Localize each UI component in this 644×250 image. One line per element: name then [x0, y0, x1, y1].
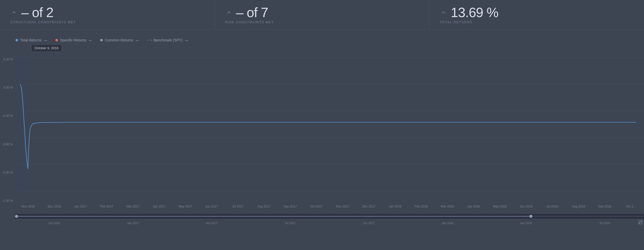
benchmark-label: Benchmark (SPY): [154, 38, 183, 42]
returns-icon: [440, 9, 447, 16]
specific-returns-minus: –: [89, 38, 92, 43]
x-label-14: Jan 2018: [382, 205, 408, 208]
returns-metric: 13.69 % TOTAL RETURNS: [429, 0, 644, 30]
x-label-23: Oct 2...: [618, 205, 644, 208]
x-label-19: Jun 2018: [513, 205, 539, 208]
legend-benchmark[interactable]: Benchmark (SPY) –: [147, 38, 188, 43]
range-selected-track: [15, 216, 531, 217]
risk-icon: [225, 9, 232, 16]
x-label-13: Dec 2017: [356, 205, 382, 208]
top-bar: – of 2 STRUCTURAL CONSTRAINTS MET – of 7…: [0, 0, 644, 30]
chart-plot: [15, 55, 644, 205]
tooltip-container: October 9, 2016: [0, 44, 644, 54]
y-label-5: -1.20 %: [0, 199, 15, 203]
x-label-0: Nov 2016: [15, 205, 41, 208]
x-label-16: Mar 2018: [434, 205, 460, 208]
y-label-3: -0.60 %: [0, 142, 15, 146]
total-returns-minus: –: [44, 38, 47, 43]
x-label-22: Sep 2018: [592, 205, 618, 208]
x-label-1: Dec 2016: [41, 205, 67, 208]
y-label-4: -0.90 %: [0, 171, 15, 174]
risk-label: RISK CONSTRAINTS MET: [225, 20, 419, 24]
chart-corner-icon[interactable]: [638, 220, 643, 225]
chart-svg: [15, 55, 644, 192]
range-label-5: Jan 2018: [408, 222, 487, 225]
x-label-9: Aug 2017: [251, 205, 277, 208]
common-returns-label: Common Returns: [105, 38, 133, 42]
y-label-2: -0.30 %: [0, 114, 15, 118]
tooltip-date: October 9, 2016: [34, 46, 58, 50]
x-label-3: Feb 2017: [94, 205, 120, 208]
x-label-10: Sep 2017: [277, 205, 303, 208]
y-label-1: 0.00 %: [0, 86, 15, 89]
structural-label: STRUCTURAL CONSTRAINTS MET: [10, 20, 204, 24]
total-returns-dot: [16, 39, 18, 41]
structural-value: – of 2: [21, 6, 53, 19]
x-label-20: Jul 2018: [539, 205, 565, 208]
x-label-18: May 2018: [487, 205, 513, 208]
range-handle-left[interactable]: [15, 215, 18, 218]
specific-returns-dot: [55, 39, 58, 41]
x-label-5: Apr 2017: [146, 205, 172, 208]
specific-returns-label: Specific Returns: [60, 38, 86, 42]
x-axis: Nov 2016 Dec 2016 Jan 2017 Feb 2017 Mar …: [15, 203, 644, 210]
range-labels-row: Oct 2016 Jan 2017 Apr 2017 Jul 2017 Oct …: [15, 222, 644, 225]
x-label-7: Jun 2017: [199, 205, 225, 208]
y-label-0: 0.30 %: [0, 58, 15, 61]
benchmark-minus: –: [185, 38, 188, 43]
x-label-21: Aug 2018: [565, 205, 591, 208]
range-label-0: Oct 2016: [15, 222, 94, 225]
structural-icon: [10, 9, 18, 16]
legend-common-returns[interactable]: Common Returns –: [100, 38, 139, 43]
chart-area: Total Returns – Specific Returns – Commo…: [0, 30, 644, 226]
expand-icon: [639, 221, 642, 224]
chart-container: 0.30 % 0.00 % -0.30 % -0.60 % -0.90 % -1…: [0, 55, 644, 226]
x-label-17: Apr 2018: [460, 205, 487, 208]
total-returns-line: [20, 84, 636, 169]
returns-value: 13.69 %: [451, 6, 498, 19]
risk-value: – of 7: [236, 6, 268, 19]
legend-total-returns[interactable]: Total Returns –: [16, 38, 47, 43]
returns-label: TOTAL RETURNS: [440, 20, 634, 24]
risk-metric: – of 7 RISK CONSTRAINTS MET: [215, 0, 430, 30]
structural-metric: – of 2 STRUCTURAL CONSTRAINTS MET: [0, 0, 215, 30]
range-label-7: Jul 2018: [565, 222, 644, 225]
x-label-8: Jul 2017: [225, 205, 251, 208]
range-label-1: Jan 2017: [94, 222, 172, 225]
x-label-4: Mar 2017: [120, 205, 146, 208]
x-label-2: Jan 2017: [68, 205, 94, 208]
benchmark-icon: [147, 40, 152, 40]
range-label-2: Apr 2017: [172, 222, 251, 225]
legend-specific-returns[interactable]: Specific Returns –: [55, 38, 92, 43]
total-returns-label: Total Returns: [20, 38, 41, 42]
x-label-15: Feb 2018: [408, 205, 434, 208]
x-label-6: May 2017: [172, 205, 199, 208]
range-label-3: Jul 2017: [251, 222, 330, 225]
range-bar-wrapper[interactable]: [15, 214, 644, 219]
legend-row: Total Returns – Specific Returns – Commo…: [0, 35, 644, 44]
common-returns-dot: [100, 39, 103, 41]
range-handle-right[interactable]: [529, 215, 532, 218]
range-label-4: Oct 2017: [330, 222, 408, 225]
common-returns-minus: –: [136, 38, 138, 43]
y-axis: 0.30 % 0.00 % -0.30 % -0.60 % -0.90 % -1…: [0, 55, 15, 205]
x-label-11: Oct 2017: [303, 205, 330, 208]
tooltip-box: October 9, 2016: [31, 44, 62, 52]
range-label-6: Apr 2018: [487, 222, 566, 225]
x-label-12: Nov 2017: [330, 205, 356, 208]
